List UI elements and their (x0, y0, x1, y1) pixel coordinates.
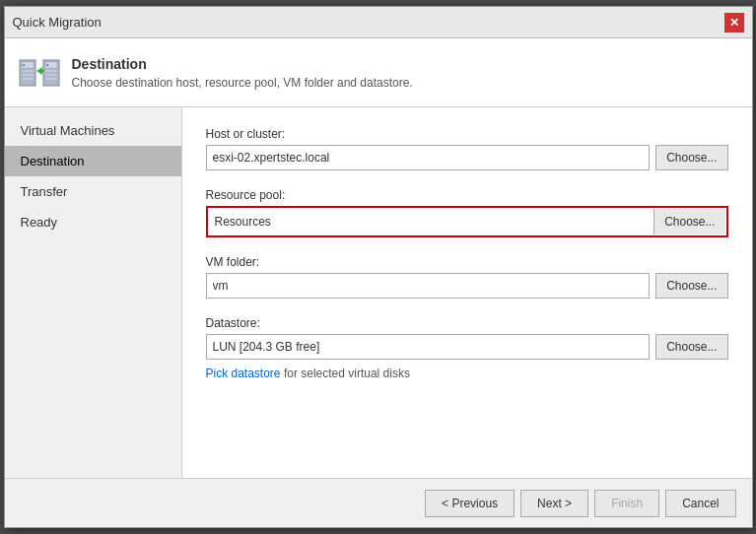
header-section: Destination Choose destination host, res… (5, 38, 752, 107)
host-cluster-choose-button[interactable]: Choose... (655, 145, 727, 170)
previous-button[interactable]: < Previous (425, 490, 515, 517)
svg-rect-10 (45, 74, 57, 76)
datastore-group: Datastore: Choose... Pick datastore for … (206, 316, 728, 380)
svg-rect-3 (22, 70, 34, 72)
body: Virtual Machines Destination Transfer Re… (5, 107, 752, 478)
vm-folder-label: VM folder: (206, 255, 728, 269)
next-button[interactable]: Next > (520, 490, 588, 517)
vm-folder-choose-button[interactable]: Choose... (655, 273, 727, 299)
close-button[interactable]: ✕ (724, 13, 744, 33)
sidebar-item-transfer[interactable]: Transfer (5, 176, 181, 207)
resource-pool-input[interactable] (209, 209, 649, 234)
svg-rect-2 (23, 64, 25, 66)
resource-pool-row: Choose... (206, 206, 728, 237)
datastore-label: Datastore: (206, 316, 728, 330)
footer: < Previous Next > Finish Cancel (5, 478, 752, 527)
host-cluster-label: Host or cluster: (206, 127, 728, 141)
vm-folder-group: VM folder: Choose... (206, 255, 728, 299)
cancel-button[interactable]: Cancel (665, 490, 735, 517)
pick-suffix: for selected virtual disks (281, 367, 410, 380)
resource-pool-choose-button[interactable]: Choose... (653, 209, 724, 234)
host-cluster-input[interactable] (206, 145, 651, 170)
header-text: Destination Choose destination host, res… (72, 56, 413, 90)
sidebar-item-virtual-machines[interactable]: Virtual Machines (5, 115, 181, 146)
host-cluster-group: Host or cluster: Choose... (206, 127, 728, 170)
svg-rect-4 (22, 74, 34, 76)
header-title: Destination (72, 56, 413, 72)
sidebar: Virtual Machines Destination Transfer Re… (5, 107, 182, 478)
svg-rect-5 (22, 78, 34, 80)
finish-button[interactable]: Finish (594, 490, 659, 517)
pick-datastore-link[interactable]: Pick datastore (206, 367, 281, 380)
datastore-input[interactable] (206, 334, 651, 360)
content-area: Host or cluster: Choose... Resource pool… (182, 107, 752, 478)
title-bar: Quick Migration ✕ (5, 7, 752, 38)
header-description: Choose destination host, resource pool, … (72, 76, 413, 90)
datastore-row: Choose... (206, 334, 728, 360)
datastore-choose-button[interactable]: Choose... (655, 334, 727, 360)
svg-rect-9 (45, 70, 57, 72)
svg-rect-11 (45, 78, 57, 80)
host-cluster-row: Choose... (206, 145, 728, 170)
dialog-title: Quick Migration (13, 15, 102, 30)
vm-folder-input[interactable] (206, 273, 651, 299)
resource-pool-group: Resource pool: Choose... (206, 188, 728, 237)
migration-icon (19, 52, 60, 94)
quick-migration-dialog: Quick Migration ✕ (4, 6, 753, 528)
pick-datastore-row: Pick datastore for selected virtual disk… (206, 366, 728, 380)
vm-folder-row: Choose... (206, 273, 728, 299)
sidebar-item-destination[interactable]: Destination (5, 146, 181, 176)
resource-pool-label: Resource pool: (206, 188, 728, 202)
svg-rect-8 (46, 64, 48, 66)
sidebar-item-ready[interactable]: Ready (5, 207, 181, 237)
